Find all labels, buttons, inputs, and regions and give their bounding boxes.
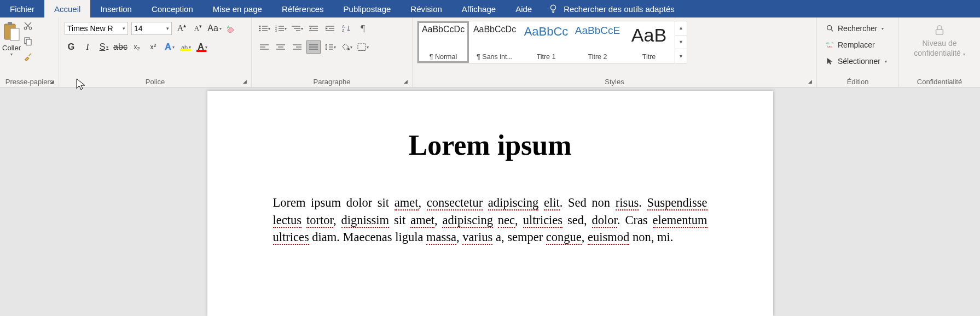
tell-me-search[interactable]: Rechercher des outils adaptés bbox=[542, 0, 681, 17]
subscript-button[interactable]: x2 bbox=[130, 40, 143, 54]
paste-label: Coller bbox=[2, 44, 21, 52]
tab-accueil[interactable]: Accueil bbox=[44, 0, 90, 17]
borders-button[interactable] bbox=[356, 40, 370, 54]
align-left-button[interactable] bbox=[257, 40, 271, 54]
justify-button[interactable] bbox=[306, 40, 321, 54]
confidentiality-button[interactable]: Niveau de confidentialité ▾ bbox=[914, 38, 965, 58]
cursor-icon bbox=[826, 57, 834, 66]
show-marks-button[interactable]: ¶ bbox=[356, 22, 370, 35]
styles-dialog-launcher[interactable]: ◢ bbox=[808, 79, 812, 84]
grow-font-button[interactable]: A▴ bbox=[175, 22, 188, 35]
svg-rect-53 bbox=[936, 30, 943, 34]
svg-point-11 bbox=[259, 28, 260, 30]
style-titre-1[interactable]: AaBbCc Titre 1 bbox=[520, 21, 572, 63]
editing-group-label: Édition bbox=[847, 78, 869, 86]
tab-affichage[interactable]: Affichage bbox=[452, 0, 506, 17]
tab-references[interactable]: Références bbox=[272, 0, 334, 17]
shrink-font-button[interactable]: A▾ bbox=[192, 22, 205, 35]
indent-icon bbox=[326, 25, 334, 32]
style-titre-2[interactable]: AaBbCcE Titre 2 bbox=[572, 21, 623, 63]
style-normal[interactable]: AaBbCcDc ¶ Normal bbox=[417, 21, 469, 63]
superscript-button[interactable]: x2 bbox=[147, 40, 160, 54]
paint-bucket-icon bbox=[341, 43, 350, 51]
align-center-icon bbox=[276, 43, 285, 51]
group-styles: AaBbCcDc ¶ Normal AaBbCcDc ¶ Sans int...… bbox=[413, 17, 817, 87]
svg-point-47 bbox=[347, 48, 350, 50]
paragraph-group-label: Paragraphe bbox=[314, 78, 351, 86]
chevron-down-icon[interactable]: ▾ bbox=[164, 26, 171, 31]
chevron-down-icon[interactable]: ▾ bbox=[120, 26, 127, 31]
text-effects-button[interactable]: A bbox=[163, 40, 176, 54]
decrease-indent-button[interactable] bbox=[306, 22, 321, 35]
document-body[interactable]: Lorem ipsum dolor sit amet, consectetur … bbox=[273, 194, 708, 246]
tab-fichier[interactable]: Fichier bbox=[0, 0, 44, 17]
document-area[interactable]: Lorem ipsum Lorem ipsum dolor sit amet, … bbox=[0, 87, 980, 316]
format-painter-button[interactable] bbox=[21, 49, 35, 63]
group-editing: Rechercher▾ abac Remplacer Sélectionner▾… bbox=[817, 17, 899, 87]
bold-button[interactable]: G bbox=[65, 40, 78, 54]
svg-point-50 bbox=[827, 26, 832, 30]
numbering-button[interactable]: 123 bbox=[274, 22, 288, 35]
group-paragraph: 123 AZ ¶ Paragraphe◢ bbox=[252, 17, 413, 87]
gallery-scroll-down[interactable]: ▼ bbox=[675, 36, 687, 50]
replace-button[interactable]: abac Remplacer bbox=[824, 38, 877, 51]
font-size-combo[interactable]: ▾ bbox=[131, 22, 172, 35]
shading-button[interactable] bbox=[339, 40, 353, 54]
change-case-button[interactable]: Aa bbox=[208, 22, 221, 35]
style-titre[interactable]: AaB Titre bbox=[623, 21, 675, 63]
find-button[interactable]: Rechercher▾ bbox=[824, 22, 886, 35]
multilevel-list-button[interactable] bbox=[290, 22, 304, 35]
sort-button[interactable]: AZ bbox=[339, 22, 353, 35]
justify-icon bbox=[309, 43, 318, 51]
font-name-input[interactable] bbox=[65, 22, 120, 34]
clipboard-dialog-launcher[interactable]: ◢ bbox=[50, 79, 54, 84]
underline-button[interactable]: S bbox=[97, 40, 111, 54]
tab-revision[interactable]: Révision bbox=[401, 0, 452, 17]
tab-mise-en-page[interactable]: Mise en page bbox=[203, 0, 272, 17]
brush-icon bbox=[23, 51, 33, 61]
lightbulb-icon bbox=[548, 4, 558, 14]
cut-button[interactable] bbox=[21, 19, 35, 33]
paragraph-dialog-launcher[interactable]: ◢ bbox=[404, 79, 408, 84]
font-dialog-launcher[interactable]: ◢ bbox=[243, 79, 247, 84]
italic-button[interactable]: I bbox=[81, 40, 94, 54]
svg-rect-48 bbox=[358, 44, 366, 50]
style-sans-interligne[interactable]: AaBbCcDc ¶ Sans int... bbox=[469, 21, 520, 63]
svg-text:ac: ac bbox=[828, 45, 832, 48]
tab-conception[interactable]: Conception bbox=[142, 0, 203, 17]
eraser-icon: A bbox=[226, 24, 236, 33]
line-spacing-button[interactable] bbox=[323, 40, 337, 54]
styles-group-label: Styles bbox=[605, 78, 624, 86]
gallery-expand[interactable]: ▼ bbox=[675, 49, 687, 63]
strikethrough-button[interactable]: abc bbox=[114, 40, 127, 54]
tab-publipostage[interactable]: Publipostage bbox=[334, 0, 401, 17]
align-right-button[interactable] bbox=[290, 40, 304, 54]
bullets-button[interactable] bbox=[257, 22, 271, 35]
svg-point-9 bbox=[259, 26, 260, 27]
clear-formatting-button[interactable]: A bbox=[224, 22, 237, 35]
gallery-scroll-up[interactable]: ▲ bbox=[675, 21, 687, 36]
svg-text:A: A bbox=[342, 25, 345, 28]
numbered-list-icon: 123 bbox=[275, 25, 284, 32]
font-color-button[interactable]: A bbox=[196, 40, 209, 54]
paste-button[interactable]: Coller ▾ bbox=[2, 19, 21, 57]
increase-indent-button[interactable] bbox=[323, 22, 337, 35]
highlight-color-button[interactable]: ab bbox=[179, 40, 193, 54]
svg-text:ab: ab bbox=[826, 42, 830, 45]
font-size-input[interactable] bbox=[132, 22, 164, 34]
font-group-label: Police bbox=[146, 78, 165, 86]
styles-gallery: AaBbCcDc ¶ Normal AaBbCcDc ¶ Sans int...… bbox=[417, 21, 687, 63]
select-button[interactable]: Sélectionner▾ bbox=[824, 55, 889, 68]
outdent-icon bbox=[309, 25, 318, 32]
align-center-button[interactable] bbox=[274, 40, 288, 54]
document-title[interactable]: Lorem ipsum bbox=[273, 129, 708, 161]
svg-rect-3 bbox=[10, 28, 19, 40]
tab-insertion[interactable]: Insertion bbox=[90, 0, 142, 17]
tell-me-placeholder: Rechercher des outils adaptés bbox=[564, 4, 675, 14]
clipboard-icon bbox=[2, 21, 21, 43]
menubar: Fichier Accueil Insertion Conception Mis… bbox=[0, 0, 980, 17]
copy-button[interactable] bbox=[21, 34, 35, 48]
tab-aide[interactable]: Aide bbox=[506, 0, 542, 17]
font-name-combo[interactable]: ▾ bbox=[65, 22, 128, 35]
page[interactable]: Lorem ipsum Lorem ipsum dolor sit amet, … bbox=[207, 91, 773, 316]
